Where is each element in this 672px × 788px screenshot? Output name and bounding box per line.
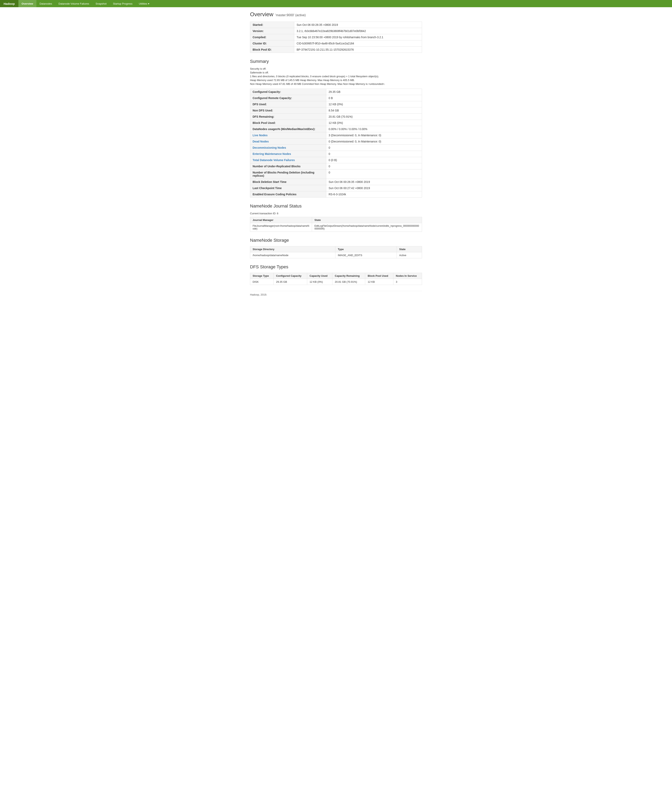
- dfs-col-header: Storage Type: [250, 273, 274, 279]
- summary-label: Block Pool Used:: [250, 120, 326, 126]
- summary-row: Number of Under-Replicated Blocks0: [250, 163, 422, 170]
- summary-row: Block Pool Used:12 KB (0%): [250, 120, 422, 126]
- dfs-section: DFS Storage Types Storage TypeConfigured…: [250, 264, 422, 285]
- storage-row: /home/hadoop/data/nameNodeIMAGE_AND_EDIT…: [250, 252, 422, 258]
- info-value: BP-379472191-10.211.55.11-1570292615376: [294, 47, 422, 53]
- storage-type: IMAGE_AND_EDITS: [335, 252, 397, 258]
- dfs-capacity_used: 12 KB (0%): [307, 279, 332, 285]
- summary-row: DFS Remaining:20.81 GB (70.91%): [250, 114, 422, 120]
- summary-value: 0 B: [326, 95, 422, 101]
- summary-value: 0 (0 B): [326, 157, 422, 163]
- dfs-col-header: Capacity Used: [307, 273, 332, 279]
- summary-row: DataNodes usages% (Min/Median/Max/stdDev…: [250, 126, 422, 132]
- summary-row: DFS Used:12 KB (0%): [250, 101, 422, 108]
- nav-datanode-volume-failures[interactable]: Datanode Volume Failures: [55, 0, 92, 7]
- chevron-down-icon: ▾: [148, 2, 149, 5]
- transaction-id: Current transaction ID: 6: [250, 212, 422, 215]
- nav-snapshot[interactable]: Snapshot: [92, 0, 110, 7]
- summary-label: Non DFS Used:: [250, 108, 326, 114]
- summary-label: Configured Remote Capacity:: [250, 95, 326, 101]
- storage-col-header: Type: [335, 246, 397, 252]
- info-label: Started:: [250, 22, 294, 28]
- info-row: Block Pool ID:BP-379472191-10.211.55.11-…: [250, 47, 422, 53]
- info-value: 3.2.1, rb3cbbb467e22ea829b3808f4b7b01d07…: [294, 28, 422, 34]
- journal-title: NameNode Journal Status: [250, 203, 422, 209]
- journal-row: FileJournalManager(root=/home/hadoop/dat…: [250, 223, 422, 232]
- main-content: Overview 'master:9000' (active) Started:…: [246, 7, 426, 304]
- journal-state: EditLogFileOutputStream(/home/hadoop/dat…: [312, 223, 422, 232]
- summary-text: Security is off.Safemode is off.1 files …: [250, 67, 422, 86]
- summary-label: Block Deletion Start Time: [250, 179, 326, 185]
- nav-startup-progress[interactable]: Startup Progress: [110, 0, 136, 7]
- info-label: Cluster ID:: [250, 40, 294, 47]
- summary-row: Dead Nodes0 (Decommissioned: 0, In Maint…: [250, 138, 422, 145]
- storage-section: NameNode Storage Storage DirectoryTypeSt…: [250, 238, 422, 258]
- summary-row: Non DFS Used:8.54 GB: [250, 108, 422, 114]
- dfs-row: DISK29.35 GB12 KB (0%)20.81 GB (70.91%)1…: [250, 279, 422, 285]
- dfs-block_pool_used: 12 KB: [365, 279, 393, 285]
- summary-label: Total Datanode Volume Failures: [250, 157, 326, 163]
- summary-row: Last Checkpoint TimeSun Oct 06 00:27:42 …: [250, 185, 422, 191]
- summary-label: Enabled Erasure Coding Policies: [250, 191, 326, 197]
- summary-label: Last Checkpoint Time: [250, 185, 326, 191]
- dfs-storage_type: DISK: [250, 279, 274, 285]
- dfs-col-header: Block Pool Used: [365, 273, 393, 279]
- summary-value: 20.81 GB (70.91%): [326, 114, 422, 120]
- info-row: Cluster ID:CID-b309957f-9f10-4a48-85c6-5…: [250, 40, 422, 47]
- journal-table: Journal ManagerState FileJournalManager(…: [250, 217, 422, 232]
- summary-title: Summary: [250, 59, 422, 64]
- summary-label: Configured Capacity:: [250, 89, 326, 95]
- summary-row: Number of Blocks Pending Deletion (inclu…: [250, 170, 422, 179]
- dfs-title: DFS Storage Types: [250, 264, 422, 270]
- info-row: Started:Sun Oct 06 00:26:35 +0800 2019: [250, 22, 422, 28]
- summary-row: Block Deletion Start TimeSun Oct 06 00:2…: [250, 179, 422, 185]
- dfs-configured_capacity: 29.35 GB: [274, 279, 307, 285]
- info-label: Block Pool ID:: [250, 47, 294, 53]
- summary-value: 3 (Decommissioned: 0, In Maintenance: 0): [326, 132, 422, 138]
- storage-title: NameNode Storage: [250, 238, 422, 243]
- summary-label: Dead Nodes: [250, 138, 326, 145]
- summary-value: 12 KB (0%): [326, 120, 422, 126]
- dfs-capacity_remaining: 20.81 GB (70.91%): [333, 279, 365, 285]
- journal-manager: FileJournalManager(root=/home/hadoop/dat…: [250, 223, 312, 232]
- nav-datanodes[interactable]: Datanodes: [36, 0, 55, 7]
- nav-brand: Hadoop: [0, 0, 18, 7]
- journal-section: NameNode Journal Status Current transact…: [250, 203, 422, 232]
- summary-row: Entering Maintenance Nodes0: [250, 151, 422, 157]
- summary-line: Non Heap Memory used 47.81 MB of 49 MB C…: [250, 83, 422, 86]
- info-value: Sun Oct 06 00:26:35 +0800 2019: [294, 22, 422, 28]
- summary-line: Safemode is off.: [250, 71, 422, 74]
- nav-utilities[interactable]: Utilities ▾: [136, 0, 152, 7]
- summary-label: DFS Remaining:: [250, 114, 326, 120]
- info-row: Compiled:Tue Sep 10 23:56:00 +0800 2019 …: [250, 34, 422, 40]
- page-title: Overview 'master:9000' (active): [250, 11, 422, 17]
- summary-label: Number of Under-Replicated Blocks: [250, 163, 326, 170]
- info-value: CID-b309957f-9f10-4a48-85c6-5a41ce2a2184: [294, 40, 422, 47]
- summary-value: 0: [326, 151, 422, 157]
- summary-row: Enabled Erasure Coding PoliciesRS-6-3-10…: [250, 191, 422, 197]
- summary-value: 0.00% / 0.00% / 0.00% / 0.00%: [326, 126, 422, 132]
- summary-row: Live Nodes3 (Decommissioned: 0, In Maint…: [250, 132, 422, 138]
- storage-state: Active: [396, 252, 422, 258]
- info-label: Compiled:: [250, 34, 294, 40]
- journal-col-header: State: [312, 217, 422, 223]
- summary-row: Decommissioning Nodes0: [250, 145, 422, 151]
- summary-value: 0: [326, 170, 422, 179]
- dfs-col-header: Configured Capacity: [274, 273, 307, 279]
- nav-overview[interactable]: Overview: [18, 0, 36, 7]
- page-subtitle: 'master:9000' (active): [276, 13, 306, 17]
- info-label: Version:: [250, 28, 294, 34]
- navbar: Hadoop Overview Datanodes Datanode Volum…: [0, 0, 672, 7]
- summary-label: DFS Used:: [250, 101, 326, 108]
- summary-label: Number of Blocks Pending Deletion (inclu…: [250, 170, 326, 179]
- dfs-table: Storage TypeConfigured CapacityCapacity …: [250, 273, 422, 285]
- storage-table: Storage DirectoryTypeState /home/hadoop/…: [250, 246, 422, 258]
- summary-label: Live Nodes: [250, 132, 326, 138]
- info-value: Tue Sep 10 23:56:00 +0800 2019 by rohits…: [294, 34, 422, 40]
- summary-value: RS-6-3-1024k: [326, 191, 422, 197]
- summary-row: Configured Capacity:29.35 GB: [250, 89, 422, 95]
- summary-value: Sun Oct 06 00:27:42 +0800 2019: [326, 185, 422, 191]
- dfs-col-header: Nodes In Service: [393, 273, 422, 279]
- journal-col-header: Journal Manager: [250, 217, 312, 223]
- footer: Hadoop, 2019.: [250, 291, 422, 296]
